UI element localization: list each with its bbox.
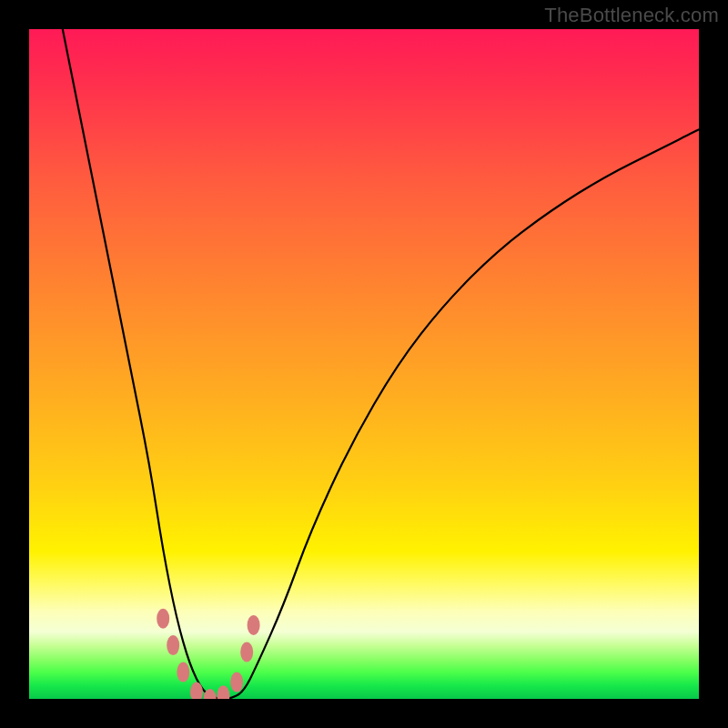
curve-marker bbox=[190, 682, 203, 699]
curve-markers bbox=[157, 609, 259, 699]
curve-marker bbox=[177, 662, 189, 682]
curve-marker bbox=[217, 685, 229, 699]
chart-frame: TheBottleneck.com bbox=[0, 0, 728, 728]
plot-area bbox=[29, 29, 699, 699]
curve-marker bbox=[248, 615, 260, 635]
curve-marker bbox=[157, 609, 169, 629]
curve-svg bbox=[29, 29, 699, 699]
curve-marker bbox=[240, 642, 253, 662]
bottleneck-curve bbox=[63, 29, 699, 699]
curve-marker bbox=[167, 635, 179, 655]
watermark-text: TheBottleneck.com bbox=[544, 4, 719, 27]
curve-marker bbox=[204, 689, 217, 699]
curve-marker bbox=[230, 672, 243, 693]
